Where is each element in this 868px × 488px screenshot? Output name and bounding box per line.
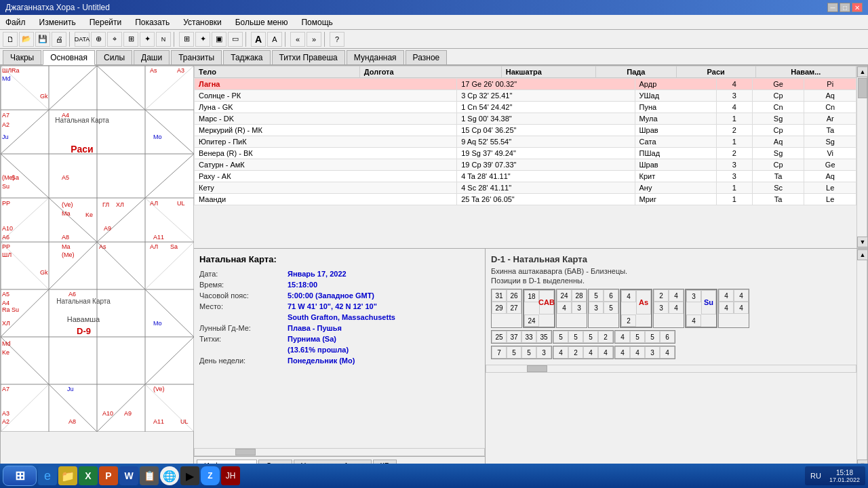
tab-raznoe[interactable]: Разное [406,50,448,64]
d1-hscroll[interactable] [486,365,856,373]
rasi-a7: A7 [2,112,9,119]
av-d1-r1: 4 4 [719,289,749,302]
taskbar-folder[interactable]: 📁 [58,466,77,485]
toolbar-6[interactable]: ⌖ [107,32,122,47]
toolbar-rect[interactable]: ▭ [228,32,243,47]
nav-al: АЛ [150,243,158,250]
tab-tithi[interactable]: Титхи Правеша [272,50,345,64]
cell-long: 19 Sg 37' 49.24" [457,148,635,159]
toolbar-8[interactable]: ✦ [140,32,155,47]
table-scrollbar[interactable]: ▲ ▼ [856,66,867,248]
taskbar-app5[interactable]: 📋 [140,466,159,485]
menu-more[interactable]: Больше меню [233,16,291,28]
av-c1-r1: 2 4 [654,289,684,302]
info-row-tithi2: (13.61% прошла) [199,346,479,354]
d1-scrollbar[interactable]: ▲ ▼ [856,249,867,471]
word-icon: W [124,470,133,481]
tab-mundannaya[interactable]: Мунданная [347,50,404,64]
toolbar-9[interactable]: N [156,32,171,47]
d1-subtitle: Бхинна аштакаварга (БАВ) - Близнецы. [491,267,851,275]
cell-pada: 2 [716,125,752,136]
cell-rasi: Sg [752,148,804,159]
info-hscroll[interactable] [194,448,485,456]
d1-scroll-track[interactable] [857,260,867,460]
toolbar-prev[interactable]: « [290,32,305,47]
toolbar-next[interactable]: » [307,32,321,47]
nav-ul: UL [180,418,189,425]
tab-tadzhaka[interactable]: Таджака [223,50,270,64]
d1-hscroll-thumb[interactable] [527,365,547,372]
taskbar-chrome[interactable]: 🌐 [160,466,179,485]
av-cell: 24 [524,314,539,327]
taskbar-word[interactable]: W [119,466,138,485]
taskbar-zoom[interactable]: Z [201,466,220,485]
tab-dashi[interactable]: Даши [134,50,170,64]
taskbar-app6[interactable]: ▶ [180,466,199,485]
taskbar-jh[interactable]: JH [221,466,240,485]
maximize-button[interactable]: □ [840,3,850,12]
av-row3: 7 5 5 3 4 2 [491,346,851,359]
toolbar-open[interactable]: 📂 [19,32,34,47]
taskbar-ie[interactable]: e [38,466,57,485]
toolbar-grid[interactable]: ⊞ [179,32,194,47]
tab-tranzity[interactable]: Транзиты [171,50,222,64]
toolbar-print[interactable]: 🖨 [52,32,66,47]
av-cell: 2 [568,346,583,359]
rasi-pp: РР [2,200,10,207]
cell-nav: Sg [804,136,856,148]
toolbar-sq[interactable]: ▣ [212,32,226,47]
astro-table-body: Лагна17 Ge 26' 00.32"Ардр4GePiСолнце - Р… [194,78,856,205]
menu-edit[interactable]: Изменить [37,16,79,28]
col-header-rasi: Раси [676,66,755,78]
av-r2-g3-r1: 4 5 5 6 [615,331,675,343]
info-value-tithi: Пурнима (Sa) [288,335,336,343]
d1-scroll-up[interactable]: ▲ [857,249,867,260]
rasi-hl: ХЛ [116,201,124,208]
menu-view[interactable]: Показать [132,16,172,28]
start-button[interactable]: ⊞ [3,466,37,486]
info-label-tithi: Титхи: [199,335,288,343]
toolbar-new[interactable]: 🗋 [3,32,18,47]
av-group-as: 4 As 2 [620,289,652,328]
info-row-place: Место: 71 W 41' 10", 42 N 12' 10" [199,302,479,310]
nav-a4: A4 [2,300,9,306]
scroll-thumb[interactable] [858,78,867,98]
table-scroll-area[interactable]: Лагна17 Ge 26' 00.32"Ардр4GePiСолнце - Р… [194,78,856,248]
tab-sily[interactable]: Силы [96,50,132,64]
taskbar-powerpoint[interactable]: P [99,466,118,485]
toolbar-data[interactable]: DATA [75,32,90,47]
info-value-tz: 5:00:00 (Западное GMT) [288,291,374,300]
tab-chakry[interactable]: Чакры [3,50,41,64]
col-header-long: Долгота [359,66,501,78]
toolbar-a-big[interactable]: A [251,32,266,47]
toolbar-star[interactable]: ✦ [195,32,210,47]
close-button[interactable]: ✕ [852,3,863,12]
toolbar-7[interactable]: ⊞ [123,32,138,47]
toolbar-sep2 [174,32,176,47]
toolbar-save[interactable]: 💾 [35,32,50,47]
toolbar-a-small[interactable]: A [267,32,282,47]
av-cell: 7 [492,346,507,359]
av-su-r2: 4 [686,314,716,327]
cell-pada: 1 [716,136,752,148]
rasi-ve: (Ve) [62,201,73,208]
cell-pada: 3 [716,171,752,182]
menu-file[interactable]: Файл [3,16,28,28]
tab-osnovnaya[interactable]: Основная [43,50,95,65]
info-hscroll-thumb[interactable] [235,449,256,455]
taskbar-excel[interactable]: X [79,466,98,485]
minimize-button[interactable]: ─ [827,3,838,12]
nav-sa: Sa [170,243,178,250]
menu-help[interactable]: Помощь [298,16,335,28]
nav-a6: A6 [68,291,76,298]
toolbar-5[interactable]: ⊕ [91,32,106,47]
info-row-lunar: Лунный Гд-Ме: Плава - Пушья [199,324,479,332]
scroll-down[interactable]: ▼ [857,237,867,247]
scroll-track[interactable] [857,77,867,237]
menu-settings[interactable]: Установки [180,16,224,28]
cell-rasi: Aq [752,136,804,148]
av-cell: 4 [621,290,636,302]
menu-goto[interactable]: Перейти [87,16,125,28]
toolbar-help[interactable]: ? [330,32,344,47]
scroll-up[interactable]: ▲ [857,66,867,77]
